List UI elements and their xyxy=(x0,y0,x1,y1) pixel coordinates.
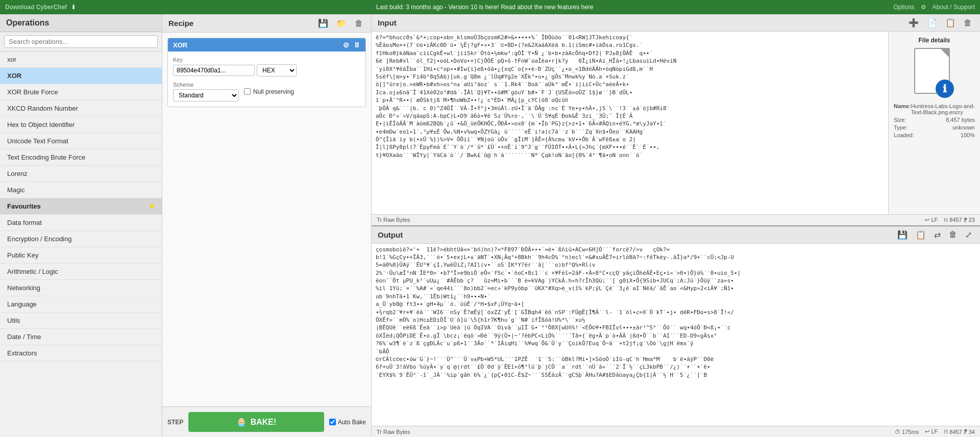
sidebar-item-label-Networking: Networking xyxy=(7,284,40,292)
output-expand-button[interactable]: ⤢ xyxy=(963,229,974,241)
file-type-value: unknown xyxy=(952,124,975,131)
input-lf-button[interactable]: ↩ LF xyxy=(925,217,938,223)
sidebar-item-label-XKCD-Random-Number: XKCD Random Number xyxy=(7,105,78,112)
sidebar-item-label-Unicode-Text-Format: Unicode Text Format xyxy=(7,137,68,145)
key-field-group: Key HEX UTF-8 Decimal xyxy=(173,57,297,76)
auto-bake-checkbox[interactable] xyxy=(329,419,336,425)
about-link[interactable]: About / Support xyxy=(933,4,975,11)
key-label: Key xyxy=(173,57,297,63)
output-time: ⏱ 175ms xyxy=(895,429,919,435)
recipe-panel: Recipe 💾 📁 🗑 XOR ⊘ ⏸ Key xyxy=(162,14,372,437)
file-name-value: Huntress-Labs-Logo-and-Text-Black.png.en… xyxy=(911,103,975,115)
scheme-label: Scheme xyxy=(173,82,239,88)
file-loaded-row: Loaded: 100% xyxy=(894,132,975,138)
sidebar-item-label-Data-format: Data format xyxy=(7,219,42,226)
input-open-button[interactable]: 📄 xyxy=(925,17,939,29)
file-name-row: Name: Huntress-Labs-Logo-and-Text-Black.… xyxy=(894,103,975,115)
options-link[interactable]: Options xyxy=(893,4,914,11)
input-clear-button[interactable]: 🗑 xyxy=(962,17,974,29)
input-copy-button[interactable]: 📋 xyxy=(943,17,958,29)
search-input[interactable] xyxy=(4,35,158,48)
input-bytes-count: 𝙼 8457 ⁋ 23 xyxy=(944,217,975,223)
sidebar-item-Data-format[interactable]: Data format xyxy=(0,215,162,231)
output-raw-bytes-button[interactable]: Tr Raw Bytes xyxy=(377,429,410,435)
search-box xyxy=(0,32,162,52)
scheme-format-select[interactable]: HEX UTF-8 Decimal xyxy=(257,64,297,76)
input-content[interactable]: ê?=*bhucc0s`&*+;cop•obn_klsmoÛ3bçosmK2#=… xyxy=(372,32,888,214)
sidebar-item-XKCD-Random-Number[interactable]: XKCD Random Number xyxy=(0,100,162,117)
load-recipe-button[interactable]: 📁 xyxy=(334,17,349,29)
sidebar-item-Favourites[interactable]: Favourites★ xyxy=(0,198,162,215)
sidebar-item-label-XOR-Brute-Force: XOR Brute Force xyxy=(7,88,58,96)
sidebar-item-label-XOR: XOR xyxy=(7,72,21,80)
recipe-content: XOR ⊘ ⏸ Key HEX UTF-8 xyxy=(162,33,371,406)
sidebar-item-Arithmetic-Logic[interactable]: Arithmetic / Logic xyxy=(0,264,162,280)
input-add-button[interactable]: ➕ xyxy=(906,17,921,29)
null-preserving-label[interactable]: Null preserving xyxy=(244,88,294,95)
sidebar-item-Unicode-Text-Format[interactable]: Unicode Text Format xyxy=(0,133,162,149)
disable-op-icon[interactable]: ⊘ xyxy=(343,41,349,49)
file-size-label: Size: xyxy=(894,117,906,123)
output-lines-value: 34 xyxy=(969,429,975,435)
main-layout: Operations xorXORXOR Brute ForceXKCD Ran… xyxy=(0,14,980,437)
key-input[interactable] xyxy=(173,65,255,76)
sidebar-item-Text-Encoding-Brute-Force[interactable]: Text Encoding Brute Force xyxy=(0,149,162,166)
lines-sep: ⁋ xyxy=(964,217,967,223)
bytes-value: 8457 xyxy=(949,217,962,223)
scheme-field-group: Scheme Standard Input differential Outpu… xyxy=(173,82,239,101)
sidebar-item-Public-Key[interactable]: Public Key xyxy=(0,247,162,264)
scheme-select[interactable]: Standard Input differential Output diffe… xyxy=(173,89,239,101)
recipe-footer: STEP 🧁 BAKE! Auto Bake xyxy=(162,406,371,437)
sidebar-item-Networking[interactable]: Networking xyxy=(0,280,162,296)
output-copy-button[interactable]: 📋 xyxy=(914,229,928,241)
time-value: 175ms xyxy=(902,429,919,435)
output-title: Output xyxy=(378,230,403,239)
save-recipe-button[interactable]: 💾 xyxy=(316,17,330,29)
output-toolbar: 💾 📋 ⇄ 🗑 ⤢ xyxy=(895,229,974,241)
sidebar-item-Language[interactable]: Language xyxy=(0,296,162,313)
file-info-badge: ℹ xyxy=(936,80,954,98)
sidebar-item-label-Date-Time: Date / Time xyxy=(7,333,41,341)
recipe-title: Recipe xyxy=(168,19,193,28)
sidebar-item-Utils[interactable]: Utils xyxy=(0,313,162,329)
file-size-value: 8,457 bytes xyxy=(946,117,975,123)
output-content: çosmoboìê?='+ 11ê?>ébhtUâ<='bñ)hn)?=*F89… xyxy=(372,244,980,426)
null-preserving-checkbox[interactable] xyxy=(244,88,251,95)
download-link[interactable]: Download CyberChef xyxy=(5,4,67,11)
file-icon: ℹ xyxy=(914,48,955,99)
output-clear-button[interactable]: 🗑 xyxy=(947,229,959,240)
file-name-label: Name: xyxy=(894,103,911,115)
file-type-row: Type: unknown xyxy=(894,124,975,131)
sidebar-item-label-Public-Key: Public Key xyxy=(7,251,38,259)
sidebar-item-Hex-to-Object-Identifier[interactable]: Hex to Object Identifier xyxy=(0,117,162,133)
clear-recipe-button[interactable]: 🗑 xyxy=(353,17,365,29)
input-main: ê?=*bhucc0s`&*+;cop•obn_klsmoÛ3bçosmK2#=… xyxy=(372,32,980,214)
bake-button[interactable]: 🧁 BAKE! xyxy=(188,412,324,432)
output-bytes-label: 𝙼 xyxy=(944,428,948,435)
topbar-center: Last build: 3 months ago - Version 10 is… xyxy=(376,4,594,11)
file-size-row: Size: 8,457 bytes xyxy=(894,117,975,123)
output-lf-button[interactable]: ↩ LF xyxy=(925,428,938,435)
sidebar-item-XOR[interactable]: XOR xyxy=(0,68,162,84)
sidebar-item-Date-Time[interactable]: Date / Time xyxy=(0,329,162,345)
step-label: STEP xyxy=(167,419,183,426)
operations-title: Operations xyxy=(6,18,49,27)
top-bar: Download CyberChef ⬇ Last build: 3 month… xyxy=(0,0,980,14)
input-title: Input xyxy=(378,18,397,27)
topbar-left: Download CyberChef ⬇ xyxy=(5,4,76,11)
sidebar-item-Lorenz[interactable]: Lorenz xyxy=(0,166,162,182)
sidebar-item-label-Utils: Utils xyxy=(7,317,20,324)
sidebar-item-Encryption-Encoding[interactable]: Encryption / Encoding xyxy=(0,231,162,247)
output-panel: Output 💾 📋 ⇄ 🗑 ⤢ çosmoboìê?='+ 11ê?>ébht… xyxy=(372,226,980,438)
output-save-button[interactable]: 💾 xyxy=(895,229,910,241)
sidebar-item-Extractors[interactable]: Extractors xyxy=(0,345,162,362)
pause-op-icon[interactable]: ⏸ xyxy=(353,41,360,49)
sidebar-item-XOR-Brute-Force[interactable]: XOR Brute Force xyxy=(0,84,162,100)
input-panel-header: Input ➕ 📄 📋 🗑 xyxy=(372,14,980,32)
bytes-label: 𝙼 xyxy=(944,217,948,223)
sidebar-item-xor[interactable]: xor xyxy=(0,52,162,68)
recipe-toolbar: 💾 📁 🗑 xyxy=(316,17,365,29)
sidebar-item-Magic[interactable]: Magic xyxy=(0,182,162,198)
input-raw-bytes-button[interactable]: Tr Raw Bytes xyxy=(377,217,410,223)
output-swap-button[interactable]: ⇄ xyxy=(932,229,943,241)
